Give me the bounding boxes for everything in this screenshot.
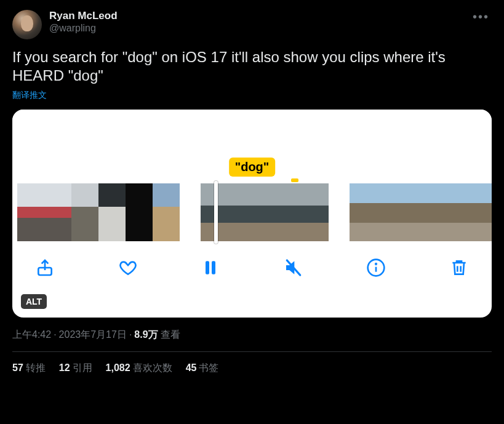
avatar[interactable] [12,10,42,39]
share-icon[interactable] [34,257,55,278]
clip-thumb [297,183,329,241]
clip-thumb [448,183,473,241]
posted-date[interactable]: 2023年7月17日 [59,329,127,340]
display-name: Ryan McLeod [49,10,470,22]
alt-badge[interactable]: ALT [21,294,47,309]
clip-thumb [350,183,374,241]
posted-time[interactable]: 上午4:42 [12,329,51,340]
clip-thumb [233,183,265,241]
heart-icon[interactable] [118,257,138,278]
clip-thumb [126,183,153,241]
search-chip: "dog" [229,158,276,177]
clip-thumb [265,183,297,241]
more-menu-icon[interactable]: ••• [470,10,492,24]
mute-icon[interactable] [283,257,304,278]
svg-point-5 [376,263,377,265]
clip-thumb [473,183,492,241]
meta-row: 上午4:42·2023年7月17日·8.9万 查看 [12,329,492,342]
search-marker [291,178,298,182]
clip-timeline[interactable] [12,183,492,241]
clip-thumb [374,183,399,241]
bookmarks[interactable]: 45书签 [186,362,219,375]
media-card[interactable]: "dog" [12,110,492,318]
clip-thumb [44,183,71,241]
views-label: 查看 [161,329,180,340]
translate-link[interactable]: 翻译推文 [12,90,47,101]
clip-group-3[interactable] [350,183,492,241]
clip-thumb [71,183,98,241]
pause-icon[interactable] [200,257,221,278]
clip-thumb [399,183,423,241]
handle: @warpling [49,22,470,34]
tweet-text: If you search for "dog" on iOS 17 it'll … [12,48,492,85]
tweet-header: Ryan McLeod @warpling ••• [12,10,492,39]
retweets[interactable]: 57转推 [12,362,46,375]
stats-row: 57转推 12引用 1,082喜欢次数 45书签 [12,352,492,375]
views-count[interactable]: 8.9万 [134,329,158,340]
clip-group-1[interactable] [17,183,180,241]
clip-thumb [153,183,180,241]
tweet-container: Ryan McLeod @warpling ••• If you search … [0,0,504,375]
svg-rect-1 [206,261,209,274]
media-white-area: "dog" [12,110,492,183]
clip-thumb [98,183,126,241]
media-toolbar [12,241,492,278]
likes[interactable]: 1,082喜欢次数 [106,362,172,375]
clip-thumb [17,183,44,241]
playhead[interactable] [214,181,218,244]
clip-thumb [423,183,448,241]
trash-icon[interactable] [449,257,470,278]
svg-rect-2 [212,261,215,274]
quotes[interactable]: 12引用 [59,362,92,375]
info-icon[interactable] [366,257,386,278]
clip-group-2[interactable] [201,183,329,241]
author-block[interactable]: Ryan McLeod @warpling [49,10,470,34]
